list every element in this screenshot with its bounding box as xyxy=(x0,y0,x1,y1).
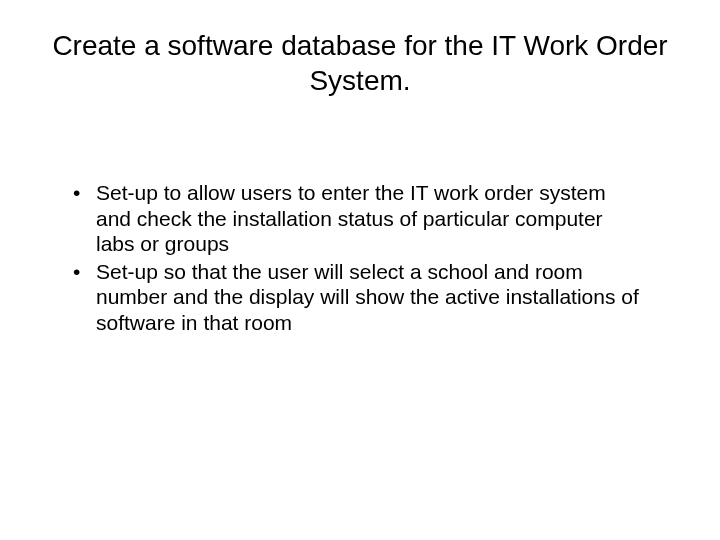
bullet-list: Set-up to allow users to enter the IT wo… xyxy=(0,98,720,336)
slide-title: Create a software database for the IT Wo… xyxy=(0,0,720,98)
bullet-item: Set-up so that the user will select a sc… xyxy=(68,259,640,336)
bullet-item: Set-up to allow users to enter the IT wo… xyxy=(68,180,640,257)
